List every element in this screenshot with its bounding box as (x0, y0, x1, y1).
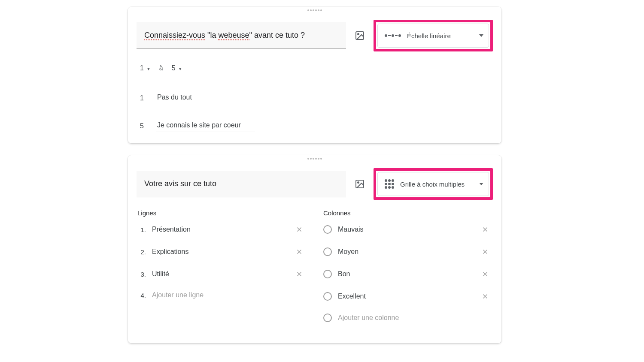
row-label[interactable]: Présentation (152, 226, 288, 233)
svg-point-3 (358, 182, 359, 183)
linear-scale-icon (385, 34, 401, 37)
columns-column: Mauvais Moyen Bon Excellent Ajouter une (323, 218, 492, 328)
add-row[interactable]: 4. Ajouter une ligne (137, 285, 306, 305)
close-icon (481, 248, 489, 256)
remove-row-button[interactable] (294, 269, 304, 279)
image-icon (355, 179, 365, 189)
svg-point-1 (358, 33, 359, 35)
radio-icon (323, 314, 332, 322)
close-icon (481, 226, 489, 233)
row-label[interactable]: Explications (152, 248, 288, 256)
remove-column-button[interactable] (480, 224, 490, 235)
radio-icon (323, 270, 332, 278)
highlight-annotation: Échelle linéaire (374, 20, 493, 51)
close-icon (481, 293, 489, 300)
drag-handle-icon[interactable] (307, 9, 322, 11)
close-icon (295, 226, 303, 233)
drag-handle-icon[interactable] (307, 158, 322, 160)
chevron-down-icon (479, 34, 483, 37)
close-icon (295, 270, 303, 278)
close-icon (295, 248, 303, 256)
column-item: Moyen (323, 241, 492, 263)
low-end-label-input[interactable] (156, 92, 255, 104)
column-item: Excellent (323, 285, 492, 308)
high-end-number: 5 (140, 122, 148, 130)
remove-column-button[interactable] (480, 291, 490, 302)
question-title-input[interactable]: Connaissiez-vous "la webeuse" avant ce t… (137, 22, 346, 49)
question-title-input[interactable]: Votre avis sur ce tuto (137, 171, 346, 197)
column-label[interactable]: Mauvais (338, 226, 474, 233)
chevron-down-icon (479, 183, 483, 185)
row-item: 1. Présentation (137, 218, 306, 241)
radio-icon (323, 247, 332, 256)
remove-row-button[interactable] (294, 247, 304, 257)
column-label[interactable]: Moyen (338, 248, 474, 256)
add-image-button[interactable] (352, 28, 368, 43)
close-icon (481, 270, 489, 278)
grid-icon (385, 179, 394, 189)
question-card-linear-scale: Connaissiez-vous "la webeuse" avant ce t… (128, 7, 501, 143)
remove-column-button[interactable] (480, 247, 490, 257)
high-end-label-input[interactable] (156, 120, 255, 132)
add-row-label: Ajouter une ligne (152, 291, 304, 299)
question-type-dropdown[interactable]: Échelle linéaire (377, 24, 489, 48)
question-type-label: Échelle linéaire (407, 32, 451, 39)
highlight-annotation: Grille à choix multiples (374, 168, 493, 200)
row-label[interactable]: Utilité (152, 270, 288, 278)
radio-icon (323, 225, 332, 234)
question-type-dropdown[interactable]: Grille à choix multiples (377, 172, 489, 196)
column-item: Bon (323, 263, 492, 285)
row-item: 2. Explications (137, 241, 306, 263)
remove-row-button[interactable] (294, 224, 304, 235)
range-from-select[interactable]: 1▼ (140, 64, 151, 72)
cols-header: Colonnes (323, 209, 492, 217)
range-separator: à (159, 64, 163, 72)
column-label[interactable]: Excellent (338, 293, 474, 300)
radio-icon (323, 292, 332, 301)
column-item: Mauvais (323, 218, 492, 241)
add-image-button[interactable] (352, 176, 368, 192)
low-end-number: 1 (140, 94, 148, 102)
column-label[interactable]: Bon (338, 270, 474, 278)
add-column-label: Ajouter une colonne (338, 314, 490, 322)
rows-header: Lignes (137, 209, 306, 217)
question-type-label: Grille à choix multiples (400, 181, 465, 188)
remove-column-button[interactable] (480, 269, 490, 279)
question-card-multiple-choice-grid: Votre avis sur ce tuto Grille à choix mu… (128, 155, 501, 343)
row-item: 3. Utilité (137, 263, 306, 285)
image-icon (355, 30, 365, 41)
add-column[interactable]: Ajouter une colonne (323, 308, 492, 328)
range-to-select[interactable]: 5▼ (172, 64, 182, 72)
rows-column: 1. Présentation 2. Explications 3. Utili… (137, 218, 306, 328)
